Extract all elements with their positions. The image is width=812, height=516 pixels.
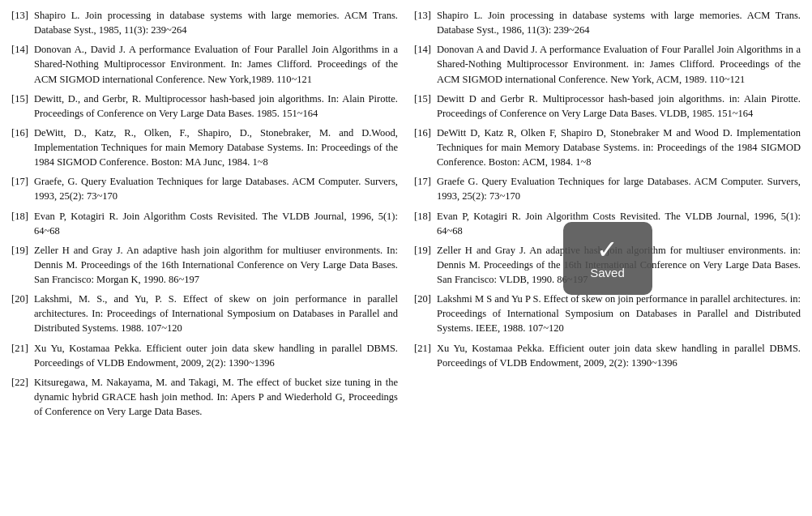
ref-text: Lakshmi, M. S., and Yu, P. S. Effect of … <box>34 292 398 335</box>
ref-text: Graefe G. Query Evaluation Techniques fo… <box>437 174 801 203</box>
ref-number: [14] <box>11 42 34 86</box>
ref-number: [14] <box>414 42 437 86</box>
list-item: [16]DeWitt D, Katz R, Olken F, Shapiro D… <box>414 126 801 169</box>
ref-text: Kitsuregawa, M. Nakayama, M. and Takagi,… <box>34 375 398 419</box>
ref-text: Zeller H and Gray J. An adaptive hash jo… <box>34 243 398 287</box>
ref-number: [20] <box>414 292 437 335</box>
check-icon: ✓ <box>596 237 618 262</box>
list-item: [22]Kitsuregawa, M. Nakayama, M. and Tak… <box>11 375 398 419</box>
ref-number: [21] <box>414 341 437 370</box>
saved-label: Saved <box>590 266 625 279</box>
left-column: [13]Shapiro L. Join processing in databa… <box>6 8 403 508</box>
ref-number: [16] <box>11 126 34 169</box>
list-item: [18]Evan P, Kotagiri R. Join Algorithm C… <box>11 209 398 238</box>
ref-text: Shapiro L. Join processing in database s… <box>34 8 398 37</box>
ref-text: Lakshmi M S and Yu P S. Effect of skew o… <box>437 292 801 335</box>
ref-text: Graefe, G. Query Evaluation Techniques f… <box>34 174 398 203</box>
list-item: [14]Donovan A and David J. A performance… <box>414 42 801 86</box>
list-item: [21]Xu Yu, Kostamaa Pekka. Efficient out… <box>414 341 801 370</box>
list-item: [15]Dewitt D and Gerbr R. Multiprocessor… <box>414 92 801 121</box>
ref-text: Evan P, Kotagiri R. Join Algorithm Costs… <box>34 209 398 238</box>
ref-text: Shapiro L. Join processing in database s… <box>437 8 801 37</box>
list-item: [20]Lakshmi, M. S., and Yu, P. S. Effect… <box>11 292 398 335</box>
ref-number: [16] <box>414 126 437 169</box>
ref-text: Donovan A and David J. A performance Eva… <box>437 42 801 86</box>
list-item: [15]Dewitt, D., and Gerbr, R. Multiproce… <box>11 92 398 121</box>
ref-text: Xu Yu, Kostamaa Pekka. Efficient outer j… <box>437 341 801 370</box>
list-item: [21]Xu Yu, Kostamaa Pekka. Efficient out… <box>11 341 398 370</box>
ref-number: [18] <box>414 209 437 238</box>
list-item: [17]Graefe, G. Query Evaluation Techniqu… <box>11 174 398 203</box>
list-item: [16]DeWitt, D., Katz, R., Olken, F., Sha… <box>11 126 398 169</box>
list-item: [13]Shapiro L. Join processing in databa… <box>414 8 801 37</box>
page-container: [13]Shapiro L. Join processing in databa… <box>0 0 812 516</box>
ref-number: [15] <box>11 92 34 121</box>
ref-number: [18] <box>11 209 34 238</box>
ref-text: Dewitt D and Gerbr R. Multiprocessor has… <box>437 92 801 121</box>
ref-number: [20] <box>11 292 34 335</box>
list-item: [20]Lakshmi M S and Yu P S. Effect of sk… <box>414 292 801 335</box>
ref-number: [17] <box>414 174 437 203</box>
ref-number: [21] <box>11 341 34 370</box>
list-item: [14]Donovan A., David J. A performance E… <box>11 42 398 86</box>
ref-text: Dewitt, D., and Gerbr, R. Multiprocessor… <box>34 92 398 121</box>
list-item: [13]Shapiro L. Join processing in databa… <box>11 8 398 37</box>
ref-text: Xu Yu, Kostamaa Pekka. Efficient outer j… <box>34 341 398 370</box>
ref-text: Donovan A., David J. A performance Evalu… <box>34 42 398 86</box>
ref-number: [19] <box>11 243 34 287</box>
ref-number: [13] <box>414 8 437 37</box>
ref-number: [15] <box>414 92 437 121</box>
list-item: [17]Graefe G. Query Evaluation Technique… <box>414 174 801 203</box>
list-item: [19]Zeller H and Gray J. An adaptive has… <box>11 243 398 287</box>
ref-text: DeWitt D, Katz R, Olken F, Shapiro D, St… <box>437 126 801 169</box>
ref-number: [19] <box>414 243 437 287</box>
saved-toast: ✓ Saved <box>563 222 652 295</box>
ref-number: [17] <box>11 174 34 203</box>
right-column: [13]Shapiro L. Join processing in databa… <box>409 8 806 508</box>
ref-text: DeWitt, D., Katz, R., Olken, F., Shapiro… <box>34 126 398 169</box>
ref-number: [13] <box>11 8 34 37</box>
ref-number: [22] <box>11 375 34 419</box>
